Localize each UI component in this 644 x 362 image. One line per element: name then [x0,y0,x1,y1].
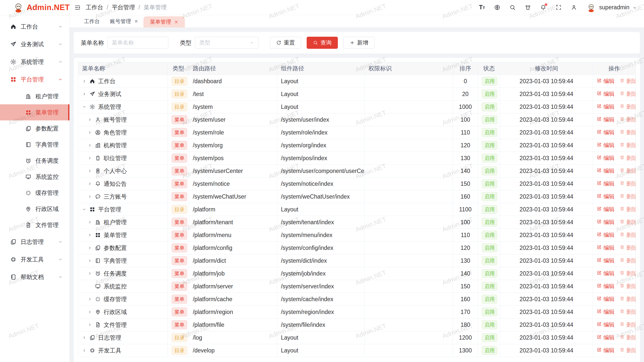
add-button[interactable]: 新增 [343,37,375,49]
tree-expand-icon[interactable] [88,323,92,327]
edit-button[interactable]: 编辑 [597,103,615,111]
edit-button[interactable]: 编辑 [597,244,615,252]
delete-button[interactable]: 删除 [620,347,636,354]
search-button[interactable]: 查询 [307,37,338,49]
edit-button[interactable]: 编辑 [597,90,615,98]
delete-button[interactable]: 删除 [620,334,636,341]
theme-icon[interactable] [525,4,531,11]
delete-button[interactable]: 删除 [620,142,636,149]
language-icon[interactable] [494,4,500,11]
sidebar-subitem-任务调度[interactable]: 任务调度 [0,153,69,169]
edit-button[interactable]: 编辑 [597,206,615,213]
sidebar-item-工作台[interactable]: 工作台 [0,18,69,35]
close-icon[interactable] [134,19,138,23]
delete-button[interactable]: 删除 [620,206,636,213]
tree-expand-icon[interactable] [88,194,92,199]
sidebar-item-日志管理[interactable]: 日志管理 [0,233,69,251]
tab-工作台[interactable]: 工作台 [79,15,105,28]
edit-button[interactable]: 编辑 [597,334,615,341]
edit-button[interactable]: 编辑 [597,193,615,200]
delete-button[interactable]: 删除 [620,167,636,175]
tree-expand-icon[interactable] [88,258,92,263]
delete-button[interactable]: 删除 [620,283,636,290]
tree-expand-icon[interactable] [88,156,92,160]
tree-expand-icon[interactable] [88,117,92,122]
edit-button[interactable]: 编辑 [597,270,615,277]
delete-button[interactable]: 删除 [620,231,636,239]
sidebar-subitem-租户管理[interactable]: 租户管理 [0,88,69,104]
delete-button[interactable]: 删除 [620,321,636,329]
sidebar-subitem-字典管理[interactable]: 字典管理 [0,137,69,153]
delete-button[interactable]: 删除 [620,129,636,136]
delete-button[interactable]: 删除 [620,270,636,277]
delete-button[interactable]: 删除 [620,257,636,264]
breadcrumb-item[interactable]: 平台管理 [112,4,135,11]
sidebar-subitem-文件管理[interactable]: 文件管理 [0,217,69,233]
edit-button[interactable]: 编辑 [597,218,615,226]
sidebar-item-系统管理[interactable]: 系统管理 [0,53,69,71]
tree-expand-icon[interactable] [82,335,87,340]
sidebar-item-帮助文档[interactable]: 帮助文档 [0,268,69,286]
tab-账号管理[interactable]: 账号管理 [105,15,143,28]
collapse-sidebar-icon[interactable] [74,4,81,11]
delete-button[interactable]: 删除 [620,116,636,123]
edit-button[interactable]: 编辑 [597,154,615,162]
edit-button[interactable]: 编辑 [597,129,615,136]
sidebar-subitem-菜单管理[interactable]: 菜单管理 [0,104,69,120]
edit-button[interactable]: 编辑 [597,308,615,316]
tree-expand-icon[interactable] [88,246,92,250]
sidebar-subitem-行政区域[interactable]: 行政区域 [0,201,69,217]
edit-button[interactable]: 编辑 [597,167,615,175]
edit-button[interactable]: 编辑 [597,180,615,188]
delete-button[interactable]: 删除 [620,154,636,162]
edit-button[interactable]: 编辑 [597,116,615,123]
delete-button[interactable]: 删除 [620,295,636,303]
tree-expand-icon[interactable] [82,79,87,83]
edit-button[interactable]: 编辑 [597,295,615,303]
edit-button[interactable]: 编辑 [597,257,615,264]
tree-expand-icon[interactable] [82,105,87,109]
sidebar-subitem-缓存管理[interactable]: 缓存管理 [0,185,69,201]
type-select[interactable]: 类型 [195,37,258,49]
reset-button[interactable]: 重置 [270,37,301,49]
delete-button[interactable]: 删除 [620,90,636,98]
sidebar-item-业务测试[interactable]: 业务测试 [0,35,69,53]
tree-expand-icon[interactable] [88,297,92,301]
tree-expand-icon[interactable] [88,220,92,224]
notification-icon[interactable] [540,4,546,11]
delete-button[interactable]: 删除 [620,180,636,188]
tree-expand-icon[interactable] [82,92,87,96]
user-menu[interactable]: superadmin [586,3,637,13]
edit-button[interactable]: 编辑 [597,347,615,354]
tree-expand-icon[interactable] [88,310,92,314]
sidebar-subitem-系统监控[interactable]: 系统监控 [0,169,69,185]
search-icon[interactable] [509,4,516,11]
edit-button[interactable]: 编辑 [597,283,615,290]
tree-expand-icon[interactable] [88,143,92,148]
delete-button[interactable]: 删除 [620,103,636,111]
tree-expand-icon[interactable] [82,348,87,353]
delete-button[interactable]: 删除 [620,193,636,200]
user-icon[interactable] [571,4,577,11]
tree-expand-icon[interactable] [88,271,92,276]
delete-button[interactable]: 删除 [620,308,636,316]
edit-button[interactable]: 编辑 [597,142,615,149]
tree-expand-icon[interactable] [88,169,92,173]
tree-expand-icon[interactable] [88,130,92,135]
delete-button[interactable]: 删除 [620,244,636,252]
tree-expand-icon[interactable] [82,207,87,212]
edit-button[interactable]: 编辑 [597,321,615,329]
edit-button[interactable]: 编辑 [597,77,615,85]
edit-button[interactable]: 编辑 [597,231,615,239]
sidebar-item-开发工具[interactable]: 开发工具 [0,251,69,268]
tree-expand-icon[interactable] [88,233,92,237]
sidebar-subitem-参数配置[interactable]: 参数配置 [0,120,69,137]
sidebar-item-平台管理[interactable]: 平台管理 [0,71,69,88]
menu-name-input[interactable] [107,37,168,49]
breadcrumb-item[interactable]: 工作台 [86,4,103,11]
tab-菜单管理[interactable]: 菜单管理 [143,16,185,27]
delete-button[interactable]: 删除 [620,77,636,85]
font-size-icon[interactable]: TT [479,4,485,11]
close-icon[interactable] [174,20,178,24]
tree-expand-icon[interactable] [88,182,92,186]
